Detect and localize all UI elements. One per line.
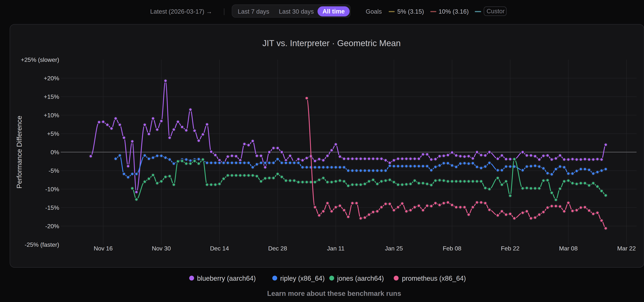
- svg-text:Mar 22: Mar 22: [617, 245, 636, 252]
- svg-text:Jan 11: Jan 11: [327, 245, 344, 252]
- svg-text:Nov 30: Nov 30: [152, 245, 171, 252]
- svg-text:-5%: -5%: [48, 167, 59, 174]
- svg-text:Feb 22: Feb 22: [501, 245, 520, 252]
- svg-text:-15%: -15%: [45, 204, 59, 211]
- svg-text:Feb 08: Feb 08: [443, 245, 461, 252]
- svg-text:Nov 16: Nov 16: [94, 245, 113, 252]
- svg-text:Jan 25: Jan 25: [385, 245, 403, 252]
- svg-text:Dec 14: Dec 14: [210, 245, 229, 252]
- svg-text:+15%: +15%: [44, 94, 59, 100]
- svg-text:Performance Difference: Performance Difference: [16, 116, 23, 188]
- svg-text:+5%: +5%: [47, 130, 59, 137]
- svg-text:JIT vs. Interpreter · Geometri: JIT vs. Interpreter · Geometric Mean: [262, 38, 401, 48]
- svg-text:-20%: -20%: [45, 223, 59, 230]
- svg-text:0%: 0%: [50, 149, 59, 156]
- svg-text:-10%: -10%: [45, 186, 59, 192]
- svg-text:-25% (faster): -25% (faster): [25, 241, 59, 248]
- svg-text:+20%: +20%: [44, 75, 59, 82]
- svg-text:Dec 28: Dec 28: [268, 245, 287, 252]
- svg-text:Mar 08: Mar 08: [559, 245, 578, 252]
- svg-text:+25% (slower): +25% (slower): [21, 56, 59, 63]
- svg-text:+10%: +10%: [44, 112, 59, 118]
